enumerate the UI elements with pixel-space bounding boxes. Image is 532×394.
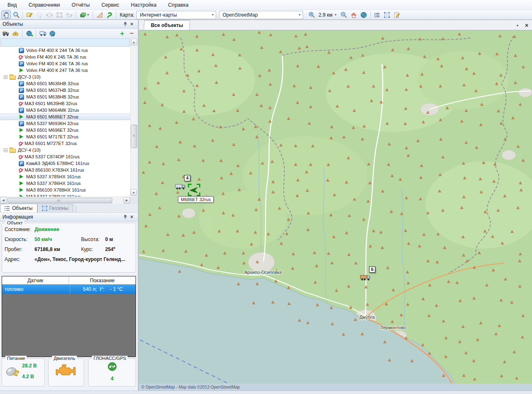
- tree-item[interactable]: МАЗ 6501 М727ЕТ 32rus: [0, 140, 130, 147]
- globe-icon: [360, 11, 367, 19]
- track-button[interactable]: [105, 10, 114, 19]
- speed-label: Скорость:: [5, 236, 34, 242]
- tree-group[interactable]: ДСУ-3 (10): [0, 74, 130, 80]
- map-tab-all-objects[interactable]: Все объекты: [143, 20, 190, 30]
- marker-count-badge[interactable]: 4: [184, 175, 190, 181]
- pin-icon[interactable]: [122, 21, 128, 27]
- scroll-down-arrow[interactable]: ▼: [131, 189, 137, 196]
- vehicle-card-button[interactable]: [39, 30, 47, 37]
- map-layer-combo[interactable]: OpenStreetMap ▼: [219, 11, 303, 19]
- tree-item[interactable]: PVolvo FM 400 К 246 ТА 36 rus: [0, 60, 130, 67]
- close-icon[interactable]: ×: [128, 21, 135, 27]
- tree-item[interactable]: МАЗ 5337 Х789НХ 161rus: [0, 193, 130, 197]
- engine-icon: [55, 362, 77, 378]
- tree-item-label: МАЗ 6501 М638НВ 32rus: [26, 94, 79, 100]
- globe-button[interactable]: [359, 10, 369, 19]
- objects-filter-input[interactable]: [0, 38, 130, 47]
- show-all-on-map-button[interactable]: [25, 30, 33, 37]
- tree-item[interactable]: МАЗ 5337 Х785НХ 161rus: [0, 173, 130, 180]
- add-object-button[interactable]: +: [118, 30, 126, 37]
- vehicle-marker[interactable]: [360, 274, 371, 283]
- map-edit-icon: [26, 11, 33, 19]
- circle-tool-button[interactable]: [44, 10, 54, 19]
- map-provider-combo[interactable]: Интернет-карты ▼: [136, 11, 216, 19]
- expand-toggle[interactable]: [4, 148, 7, 152]
- tree-item[interactable]: PМАЗ 5337 М693КН 32rus: [0, 120, 130, 127]
- tree-item[interactable]: МАЗ 6501 М696ЕТ 32rus: [0, 127, 130, 133]
- selected-vehicle-marker[interactable]: [188, 184, 200, 196]
- scroll-thumb[interactable]: [7, 198, 112, 203]
- legend-button[interactable]: [372, 10, 382, 19]
- moving-status-icon: [20, 68, 23, 72]
- tree-group[interactable]: ДСУ-4 (10): [0, 147, 130, 153]
- tree-item[interactable]: МАЗ 5337 Х786НХ 161rus: [0, 180, 130, 187]
- map-tab-close-icon[interactable]: ×: [523, 22, 530, 29]
- tree-item[interactable]: PМАЗ 6501 М638НВ 32rus: [0, 94, 130, 100]
- zoom-tool-button[interactable]: [11, 10, 21, 19]
- tree-item[interactable]: PМАЗ 6501 М637НВ 32rus: [0, 87, 130, 94]
- menu-item-настройка[interactable]: Настройка: [125, 1, 163, 9]
- home-button[interactable]: [349, 10, 359, 19]
- select-area-button[interactable]: [382, 10, 392, 19]
- gps-title: ГЛОНАСС/GPS: [92, 356, 128, 361]
- tree-item[interactable]: PVolvo FM 400 К 244 ТА 36 rus: [0, 47, 130, 54]
- moving-status-icon: [20, 135, 23, 139]
- tree-item[interactable]: МАЗ 6501 М717ЕТ 32rus: [0, 133, 130, 140]
- menu-item-сервис[interactable]: Сервис: [96, 1, 125, 9]
- tree-item[interactable]: МАЗ 856100 Х788НХ 161rus: [0, 187, 130, 193]
- vehicle-marker[interactable]: [175, 183, 186, 192]
- tree-item[interactable]: МАЗ 6501 М686ЕТ 32rus: [0, 113, 130, 120]
- marker-count-badge[interactable]: 6: [369, 266, 375, 273]
- layers-button[interactable]: ▼: [78, 10, 91, 19]
- rect-shape-icon: [56, 11, 63, 19]
- map-tab-strip: Все объекты ▼ ×: [139, 20, 532, 30]
- tab-objects[interactable]: Объекты: [0, 204, 37, 212]
- tree-item[interactable]: PМАЗ 6430 М664МК 32rus: [0, 107, 130, 113]
- tree-item[interactable]: Volvo FM 400 К 247 ТА 36 rus: [0, 67, 130, 74]
- tree-item[interactable]: МАЗ 6501 М639НВ 32rus: [0, 100, 130, 107]
- close-icon[interactable]: ×: [128, 214, 135, 220]
- menu-item-справка[interactable]: Справка: [162, 1, 194, 9]
- edit-notes-button[interactable]: [392, 10, 402, 19]
- tree-item[interactable]: МАЗ 5337 С874ОР 161rus: [0, 153, 130, 160]
- scroll-right-arrow[interactable]: ▶: [123, 197, 130, 204]
- zoom-in-button[interactable]: [307, 10, 316, 19]
- rect-tool-button[interactable]: [54, 10, 64, 19]
- sensor-row[interactable]: топливо 540 л; t°: - 1 °С: [2, 285, 135, 294]
- binoculars-icon[interactable]: [11, 30, 20, 37]
- tree-item[interactable]: Volvo FM 400 К 245 ТА 36 rus: [0, 54, 130, 60]
- tree-vertical-scrollbar[interactable]: ▲ ▼: [130, 38, 137, 197]
- tree-item[interactable]: МАЗ 856100 Х783НХ 161rus: [0, 167, 130, 173]
- pin-icon[interactable]: [122, 214, 128, 220]
- object-info-group: Объект Состояние: Движение Скорость: 50 …: [2, 223, 136, 273]
- state-value: Движение: [34, 227, 59, 232]
- tree-horizontal-scrollbar[interactable]: ◀ ▶: [0, 197, 130, 204]
- remove-object-button[interactable]: −: [128, 30, 136, 37]
- tab-geozones[interactable]: Геозоны: [37, 204, 73, 212]
- select-object-tool-button[interactable]: [34, 10, 44, 19]
- menu-item-справочники[interactable]: Справочники: [23, 1, 66, 9]
- pan-tool-button[interactable]: [1, 10, 11, 19]
- track-on-map-button[interactable]: [48, 30, 57, 37]
- tree-item-label: МАЗ 856100 Х783НХ 161rus: [25, 167, 84, 173]
- measure-button[interactable]: [95, 10, 104, 19]
- scroll-up-arrow[interactable]: ▲: [131, 39, 137, 45]
- map-scale-control[interactable]: 2.9 км ▼: [317, 12, 338, 18]
- edit-map-button[interactable]: [25, 10, 34, 19]
- scroll-left-arrow[interactable]: ◀: [0, 197, 7, 204]
- map-canvas[interactable]: Архипо-ОсиповкаДжубгаЛермонтово 4 М686ЕТ…: [139, 30, 532, 391]
- polygon-tool-button[interactable]: [64, 10, 74, 19]
- tree-item-label: МАЗ 6501 М696ЕТ 32rus: [26, 127, 79, 133]
- tree-item-label: МАЗ 6501 М637НВ 32rus: [26, 87, 79, 94]
- expand-toggle[interactable]: [4, 75, 7, 79]
- find-vehicle-button[interactable]: [2, 30, 10, 37]
- course-label: Курс:: [81, 246, 105, 252]
- tab-geozones-label: Геозоны: [49, 205, 69, 211]
- tab-list-dropdown[interactable]: ▼: [514, 22, 521, 29]
- tree-item[interactable]: PМАЗ 6501 М636НВ 32rus: [0, 80, 130, 87]
- tree-item[interactable]: PКамАЗ ЭД405 Е788НС 161rus: [0, 160, 130, 167]
- menu-item-отчёты[interactable]: Отчёты: [66, 1, 96, 9]
- menu-item-вид[interactable]: Вид: [2, 1, 23, 9]
- zoom-out-button[interactable]: [339, 10, 349, 19]
- scroll-thumb[interactable]: [131, 125, 137, 148]
